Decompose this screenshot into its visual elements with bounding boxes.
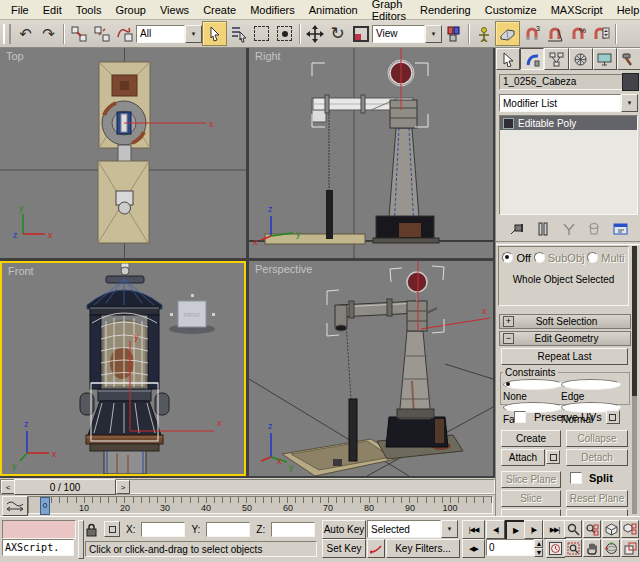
- selection-filter-combo[interactable]: All ▼: [136, 25, 202, 43]
- go-to-start-icon[interactable]: |◀◀: [462, 520, 485, 539]
- create-tab-icon[interactable]: [496, 48, 520, 70]
- preserve-uvs-settings-icon[interactable]: [606, 410, 620, 424]
- remove-modifier-icon[interactable]: [588, 222, 600, 236]
- object-color-swatch[interactable]: [622, 73, 639, 91]
- redo-icon[interactable]: ↷: [37, 22, 60, 45]
- time-configuration-icon[interactable]: [546, 539, 565, 558]
- slice-plane-button[interactable]: Slice Plane: [501, 471, 561, 488]
- rectangular-selection-region-icon[interactable]: [250, 22, 273, 45]
- angle-snap-icon[interactable]: [543, 22, 566, 45]
- rollout-soft-selection[interactable]: + Soft Selection: [499, 314, 631, 329]
- repeat-last-button[interactable]: Repeat Last: [501, 348, 628, 365]
- configure-modifier-sets-icon[interactable]: [613, 222, 629, 236]
- motion-tab-icon[interactable]: [569, 48, 593, 70]
- modifier-stack[interactable]: Editable Poly: [499, 115, 638, 215]
- y-input[interactable]: [207, 523, 249, 536]
- chevron-down-icon[interactable]: ▼: [425, 25, 442, 43]
- panel-scrollbar[interactable]: [632, 246, 637, 514]
- auto-key-button[interactable]: Auto Key: [322, 520, 366, 539]
- viewport-label-perspective[interactable]: Perspective: [255, 263, 312, 275]
- unlink-selection-icon[interactable]: [90, 22, 113, 45]
- menu-item-rendering[interactable]: Rendering: [413, 2, 478, 18]
- undo-icon[interactable]: ↶: [14, 22, 37, 45]
- next-frame-icon[interactable]: |▶: [524, 520, 543, 539]
- viewport-front-active[interactable]: y x FRONT z x y: [0, 261, 246, 476]
- window-crossing-selection-icon[interactable]: [273, 22, 296, 45]
- snaps-toggle-icon[interactable]: 3: [520, 22, 543, 45]
- attach-settings-icon[interactable]: [546, 450, 560, 464]
- frame-spin-up-icon[interactable]: ▲: [534, 539, 543, 548]
- split-checkbox[interactable]: [570, 472, 582, 484]
- play-animation-icon[interactable]: ▶: [505, 520, 526, 541]
- selection-set-combo[interactable]: Selected ▼: [367, 520, 458, 538]
- show-end-result-icon[interactable]: [537, 222, 549, 236]
- menu-item-group[interactable]: Group: [108, 2, 153, 18]
- constraint-edge-radio[interactable]: Edge: [561, 379, 619, 402]
- menu-item-views[interactable]: Views: [153, 2, 196, 18]
- menu-item-help[interactable]: Help: [610, 2, 640, 18]
- hierarchy-tab-icon[interactable]: [544, 48, 568, 70]
- select-by-name-icon[interactable]: [227, 22, 250, 45]
- stack-item-editable-poly[interactable]: Editable Poly: [500, 116, 637, 130]
- modify-tab-icon[interactable]: [520, 48, 544, 70]
- time-slider-prev-icon[interactable]: <: [1, 480, 15, 494]
- select-and-move-icon[interactable]: [303, 22, 326, 45]
- x-input[interactable]: [142, 523, 184, 536]
- expand-icon[interactable]: +: [503, 316, 514, 327]
- viewport-top[interactable]: x y x z Top: [0, 48, 246, 258]
- frame-spin-down-icon[interactable]: ▼: [534, 548, 543, 557]
- zoom-icon[interactable]: [564, 520, 582, 538]
- slice-button[interactable]: Slice: [501, 490, 561, 507]
- frame-number-input[interactable]: [487, 540, 533, 555]
- previous-frame-icon[interactable]: ◀|: [486, 520, 505, 539]
- maxscript-mini-listener-pink[interactable]: [2, 520, 76, 539]
- select-and-link-icon[interactable]: [67, 22, 90, 45]
- select-and-scale-icon[interactable]: [349, 22, 372, 45]
- modifier-list-combo[interactable]: Modifier List ▼: [499, 94, 638, 112]
- make-unique-icon[interactable]: [562, 222, 576, 236]
- collapse-icon[interactable]: −: [503, 333, 514, 344]
- detach-button[interactable]: Detach: [566, 449, 628, 466]
- z-input[interactable]: [272, 523, 314, 536]
- reference-coordinate-combo[interactable]: View ▼: [372, 25, 442, 43]
- display-tab-icon[interactable]: [593, 48, 617, 70]
- menu-item-customize[interactable]: Customize: [478, 2, 544, 18]
- zoom-all-icon[interactable]: [583, 520, 601, 538]
- menu-item-create[interactable]: Create: [196, 2, 243, 18]
- mode-off-radio[interactable]: Off: [502, 252, 530, 264]
- pin-stack-icon[interactable]: [509, 222, 525, 236]
- preserve-uvs-checkbox[interactable]: [514, 411, 526, 423]
- region-zoom-icon[interactable]: [564, 539, 582, 557]
- spinner-snap-icon[interactable]: [589, 22, 612, 45]
- current-frame-marker[interactable]: 0: [40, 497, 50, 515]
- arc-rotate-icon[interactable]: [602, 539, 620, 557]
- x-coordinate-field[interactable]: [141, 522, 185, 537]
- absolute-offset-toggle-icon[interactable]: [104, 521, 120, 537]
- menu-item-edit[interactable]: Edit: [36, 2, 69, 18]
- object-name-field[interactable]: 1_0256_Cabeza: [499, 74, 623, 90]
- chevron-down-icon[interactable]: ▼: [621, 94, 638, 112]
- constraint-none-radio[interactable]: None: [503, 379, 561, 402]
- create-button[interactable]: Create: [501, 430, 561, 447]
- current-frame-field[interactable]: [486, 539, 534, 556]
- menu-item-tools[interactable]: Tools: [69, 2, 109, 18]
- maxscript-mini-listener-white[interactable]: AXScript.: [2, 539, 74, 556]
- mode-multi-radio[interactable]: Multi: [587, 252, 624, 264]
- toolbar-grip[interactable]: [3, 24, 11, 44]
- menu-item-modifiers[interactable]: Modifiers: [243, 2, 302, 18]
- default-tangent-icon[interactable]: [367, 539, 385, 558]
- y-coordinate-field[interactable]: [206, 522, 250, 537]
- zoom-extents-icon[interactable]: [602, 520, 620, 538]
- chevron-down-icon[interactable]: ▼: [185, 25, 202, 43]
- menu-item-file[interactable]: File: [4, 2, 36, 18]
- listener-splitter[interactable]: [78, 520, 84, 559]
- key-mode-toggle-icon[interactable]: ◀▶: [462, 539, 485, 558]
- viewport-right[interactable]: z y x Right: [249, 48, 493, 258]
- collapse-button[interactable]: Collapse: [566, 430, 628, 447]
- key-filters-button[interactable]: Key Filters...: [386, 539, 460, 558]
- zoom-extents-all-icon[interactable]: [621, 520, 639, 538]
- viewport-perspective[interactable]: x z x y Perspective: [249, 261, 493, 476]
- selection-lock-icon[interactable]: [85, 522, 98, 537]
- bind-to-spacewarp-icon[interactable]: [113, 22, 136, 45]
- time-slider-next-icon[interactable]: >: [116, 480, 130, 494]
